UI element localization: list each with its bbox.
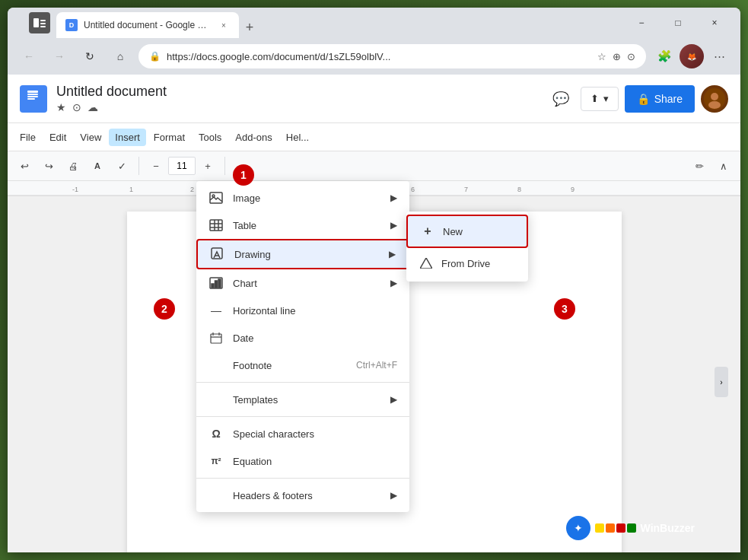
back-button[interactable]: ← [17,44,41,68]
format-toolbar: ↩ ↪ 🖨 A ✓ − + ⋯ ✏ ∧ [8,151,740,181]
forward-button[interactable]: → [47,44,72,68]
present-button[interactable]: ⬆ ▾ [581,87,619,111]
edit-pencil-button[interactable]: ✏ [689,155,710,177]
menu-addons[interactable]: Add-ons [229,129,278,146]
svg-rect-1 [40,20,46,21]
svg-rect-33 [218,279,221,288]
equation-icon: π² [208,453,224,469]
comment-button[interactable]: 💬 [547,85,575,113]
submenu-item-new[interactable]: + New [406,215,528,248]
present-arrow: ▾ [603,93,609,104]
save-icon[interactable]: ⊙ [627,51,635,62]
svg-rect-32 [215,281,218,288]
star-icon[interactable]: ★ [56,101,66,113]
logo-square-3 [616,523,625,533]
cast-icon[interactable]: ⊕ [613,51,621,62]
url-bar[interactable]: 🔒 https://docs.google.com/document/d/1sZ… [138,44,646,68]
close-button[interactable]: × [698,11,731,35]
menu-item-table[interactable]: Table ▶ [196,212,409,239]
font-size-input[interactable] [168,157,196,175]
paint-format-button[interactable]: A [87,155,108,177]
svg-point-9 [711,93,718,100]
menu-item-image[interactable]: Image ▶ [196,184,409,212]
menu-item-special-chars[interactable]: Ω Special characters [196,420,409,447]
svg-point-10 [708,101,721,109]
active-tab[interactable]: D Untitled document - Google Doc... × [56,12,239,38]
decrease-font-size[interactable]: − [145,155,167,177]
expand-button[interactable]: ∧ [713,155,734,177]
drawing-arrow: ▶ [389,249,396,259]
menu-file[interactable]: File [14,129,42,146]
browser-menu-button[interactable]: ⋯ [707,44,731,68]
menu-format[interactable]: Format [148,129,191,146]
image-label: Image [233,192,381,204]
menu-item-horizontal-line[interactable]: — Horizontal line [196,297,409,324]
menu-item-chart[interactable]: Chart ▶ [196,269,409,297]
redo-button[interactable]: ↪ [38,155,59,177]
templates-label: Templates [233,394,381,406]
docs-header: Untitled document ★ ⊙ ☁ 💬 ⬆ ▾ 🔒 Share [8,75,740,123]
logo-square-1 [595,523,604,533]
chart-menu-icon [208,275,224,291]
svg-text:8: 8 [517,186,521,193]
share-label: Share [654,93,683,105]
increase-font-size[interactable]: + [197,155,218,177]
spell-check-button[interactable]: ✓ [111,155,132,177]
svg-rect-7 [27,98,35,100]
svg-text:1: 1 [129,186,133,193]
tab-close-button[interactable]: × [218,19,230,31]
browser-profile-icon[interactable]: 🦊 [680,44,704,68]
maximize-button[interactable]: □ [661,11,695,35]
headers-footers-label: Headers & footers [233,490,381,501]
docs-content-area: Untitled document ★ ⊙ ☁ 💬 ⬆ ▾ 🔒 Share [8,75,740,552]
logo-square-4 [627,523,636,533]
table-arrow: ▶ [390,220,397,231]
tab-favicon: D [65,19,78,31]
docs-title[interactable]: Untitled document [56,84,538,100]
submenu-item-from-drive[interactable]: From Drive [406,248,528,278]
sidebar-icon[interactable] [29,12,50,33]
bookmark-star-icon[interactable]: ☆ [597,51,606,62]
docs-logo [20,85,47,113]
user-avatar[interactable] [701,85,728,113]
cloud-icon[interactable]: ☁ [88,101,98,113]
menu-edit[interactable]: Edit [43,129,72,146]
menu-view[interactable]: View [74,129,107,146]
ai-assist-button[interactable]: ✦ [566,516,590,540]
equation-label: Equation [233,456,397,467]
share-lock-icon: 🔒 [637,93,650,105]
docs-title-section: Untitled document ★ ⊙ ☁ [56,84,538,113]
date-icon [208,330,224,345]
menu-item-templates[interactable]: Templates ▶ [196,386,409,413]
reload-button[interactable]: ↻ [78,44,102,68]
headers-icon [208,488,224,503]
menu-tools[interactable]: Tools [193,129,228,146]
minimize-button[interactable]: − [625,11,658,35]
chart-arrow: ▶ [390,278,397,288]
templates-icon [208,392,224,407]
sidebar-toggle[interactable]: › [715,367,728,397]
share-button[interactable]: 🔒 Share [625,85,695,113]
from-drive-icon [419,256,434,271]
menu-insert[interactable]: Insert [109,129,146,146]
new-tab-button[interactable]: + [239,17,260,38]
undo-button[interactable]: ↩ [14,155,35,177]
logo-square-2 [606,523,615,533]
home-button[interactable]: ⌂ [108,44,132,68]
svg-text:9: 9 [571,186,575,193]
menu-help[interactable]: Hel... [280,129,315,146]
docs-header-right: 💬 ⬆ ▾ 🔒 Share [547,85,728,113]
menu-item-headers-footers[interactable]: Headers & footers ▶ [196,482,409,509]
svg-rect-2 [40,23,46,24]
svg-text:6: 6 [411,186,415,193]
menu-item-footnote[interactable]: Footnote Ctrl+Alt+F [196,352,409,379]
svg-rect-4 [27,91,38,93]
extensions-icon[interactable]: 🧩 [652,44,676,68]
menu-item-drawing[interactable]: Drawing ▶ [196,239,409,269]
folder-icon[interactable]: ⊙ [72,101,81,113]
print-button[interactable]: 🖨 [62,155,84,177]
svg-rect-24 [210,220,222,231]
menu-item-date[interactable]: Date [196,324,409,352]
docs-title-icons: ★ ⊙ ☁ [56,101,538,113]
menu-item-equation[interactable]: π² Equation [196,447,409,475]
